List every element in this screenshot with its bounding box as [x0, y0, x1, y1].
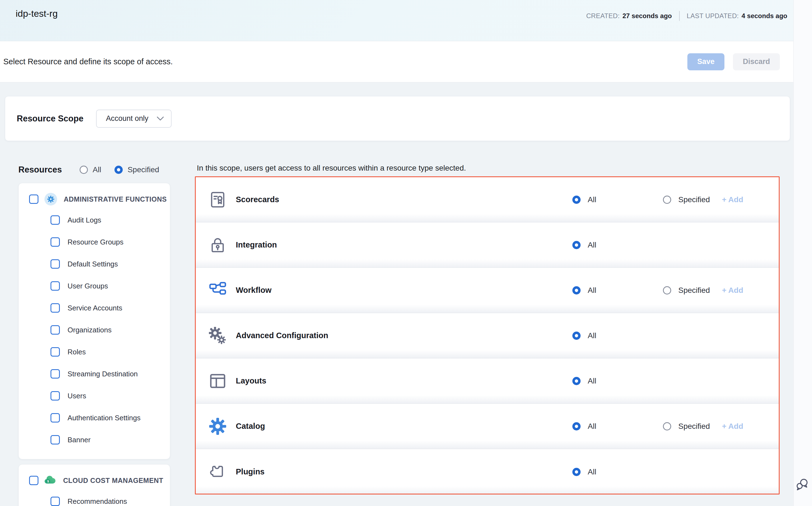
- resource-item-checkbox[interactable]: [50, 303, 60, 313]
- resource-scope-card: Resource Scope Account only: [5, 96, 790, 141]
- radio-all-label: All: [588, 468, 596, 476]
- save-button[interactable]: Save: [687, 53, 724, 70]
- resource-item-row: Default Settings: [19, 253, 170, 275]
- resource-item-row: Audit Logs: [19, 209, 170, 231]
- row-radio-all[interactable]: All: [572, 376, 596, 386]
- resource-item-checkbox[interactable]: [50, 391, 60, 401]
- resource-item-label: Default Settings: [68, 260, 118, 268]
- radio-specified-control[interactable]: [114, 166, 123, 174]
- radio-all-control[interactable]: [572, 377, 581, 385]
- resource-type-list: ScorecardsAllSpecified+ Add IntegrationA…: [195, 176, 780, 495]
- resource-item-row: Authentication Settings: [19, 407, 170, 429]
- resource-item-label: Streaming Destination: [68, 370, 138, 378]
- resource-type-name: Workflow: [236, 286, 272, 295]
- integration-lock-icon: [209, 236, 226, 254]
- radio-specified-label: Specified: [678, 195, 710, 204]
- resource-item-label: Recommendations: [68, 497, 127, 506]
- resources-sidebar: Resources All Specified ADMINISTRATIVE F…: [18, 162, 170, 506]
- resource-item-checkbox[interactable]: [50, 281, 60, 290]
- radio-all-label: All: [588, 376, 596, 386]
- resource-item-label: Organizations: [68, 326, 111, 334]
- row-radio-specified[interactable]: Specified: [663, 195, 710, 204]
- resource-item-checkbox[interactable]: [50, 347, 60, 356]
- add-button[interactable]: + Add: [722, 195, 743, 204]
- radio-all-control[interactable]: [572, 422, 581, 430]
- radio-specified-control[interactable]: [663, 195, 671, 204]
- resource-item-label: Authentication Settings: [68, 414, 140, 422]
- scope-panel: In this scope, users get access to all r…: [195, 162, 780, 506]
- svg-text:$: $: [47, 480, 49, 483]
- resource-item-checkbox[interactable]: [50, 259, 60, 269]
- chat-bubbles-icon[interactable]: [795, 478, 810, 492]
- gear-badge-icon: [44, 193, 57, 205]
- row-radio-all[interactable]: All: [572, 286, 596, 295]
- radio-all-control[interactable]: [572, 195, 581, 204]
- radio-specified-control[interactable]: [663, 286, 671, 294]
- row-radio-specified[interactable]: Specified: [663, 286, 710, 295]
- row-radio-all[interactable]: All: [572, 331, 596, 340]
- right-gutter: [793, 0, 812, 506]
- group-label: CLOUD COST MANAGEMENT: [63, 477, 163, 485]
- row-radio-all[interactable]: All: [572, 241, 596, 249]
- resource-type-row: PluginsAll: [196, 449, 779, 495]
- scorecards-icon: [209, 191, 226, 208]
- resource-type-row: WorkflowAllSpecified+ Add: [196, 268, 779, 313]
- resource-item-row: Users: [19, 385, 170, 407]
- resource-type-row: LayoutsAll: [196, 358, 779, 404]
- page-title: idp-test-rg: [16, 8, 58, 19]
- discard-button[interactable]: Discard: [733, 53, 780, 70]
- resource-type-name: Scorecards: [236, 195, 279, 204]
- resources-radio-all[interactable]: All: [80, 165, 101, 174]
- row-radio-all[interactable]: All: [572, 422, 596, 431]
- resource-item-row: Service Accounts: [19, 297, 170, 319]
- resource-item-checkbox[interactable]: [50, 435, 60, 444]
- resource-item-checkbox[interactable]: [50, 497, 60, 506]
- group-checkbox[interactable]: [29, 194, 38, 204]
- resource-item-row: Streaming Destination: [19, 363, 170, 385]
- row-radio-all[interactable]: All: [572, 468, 596, 476]
- radio-all-control[interactable]: [80, 166, 88, 174]
- radio-specified-control[interactable]: [663, 422, 671, 430]
- workflow-icon: [209, 281, 226, 299]
- radio-all-label: All: [588, 241, 596, 249]
- toolbar-buttons: Save Discard: [687, 53, 780, 70]
- resources-radio-specified[interactable]: Specified: [114, 165, 159, 174]
- resource-item-label: Service Accounts: [68, 304, 122, 312]
- resource-item-checkbox[interactable]: [50, 413, 60, 422]
- resource-item-row: Recommendations: [19, 490, 170, 506]
- radio-all-control[interactable]: [572, 332, 581, 340]
- created-label: CREATED:: [586, 12, 620, 20]
- resource-type-row: CatalogAllSpecified+ Add: [196, 404, 779, 449]
- resources-title: Resources: [18, 165, 62, 175]
- scope-panel-description: In this scope, users get access to all r…: [197, 164, 780, 176]
- add-button[interactable]: + Add: [722, 286, 743, 295]
- resource-item-checkbox[interactable]: [50, 216, 60, 225]
- resource-type-name: Layouts: [236, 376, 266, 386]
- row-radio-all[interactable]: All: [572, 195, 596, 204]
- resource-scope-dropdown[interactable]: Account only: [96, 110, 172, 128]
- resource-item-checkbox[interactable]: [50, 237, 60, 247]
- resource-item-label: User Groups: [68, 282, 108, 290]
- radio-all-control[interactable]: [572, 286, 581, 294]
- resource-item-label: Resource Groups: [68, 238, 123, 246]
- resource-groups: ADMINISTRATIVE FUNCTIONSAudit LogsResour…: [18, 183, 170, 506]
- advanced-configuration-gears-icon: [209, 327, 226, 344]
- radio-specified-label: Specified: [128, 165, 159, 174]
- group-checkbox[interactable]: [29, 476, 38, 485]
- resource-item-row: Banner: [19, 429, 170, 451]
- resource-item-label: Banner: [68, 436, 91, 444]
- radio-all-control[interactable]: [572, 241, 581, 249]
- resource-group-card: $ CLOUD COST MANAGEMENTRecommendations: [18, 464, 170, 506]
- resource-type-row: ScorecardsAllSpecified+ Add: [196, 177, 779, 223]
- row-radio-specified[interactable]: Specified: [663, 422, 710, 431]
- add-button[interactable]: + Add: [722, 422, 743, 431]
- resource-item-checkbox[interactable]: [50, 325, 60, 335]
- resource-item-label: Users: [68, 392, 86, 400]
- last-updated-value: 4 seconds ago: [741, 12, 787, 20]
- radio-all-label: All: [588, 422, 596, 431]
- resource-type-row: IntegrationAll: [196, 223, 779, 268]
- radio-all-control[interactable]: [572, 468, 581, 476]
- cloud-dollar-icon: $: [43, 474, 57, 487]
- resource-item-checkbox[interactable]: [50, 369, 60, 378]
- resource-type-row: Advanced ConfigurationAll: [196, 313, 779, 358]
